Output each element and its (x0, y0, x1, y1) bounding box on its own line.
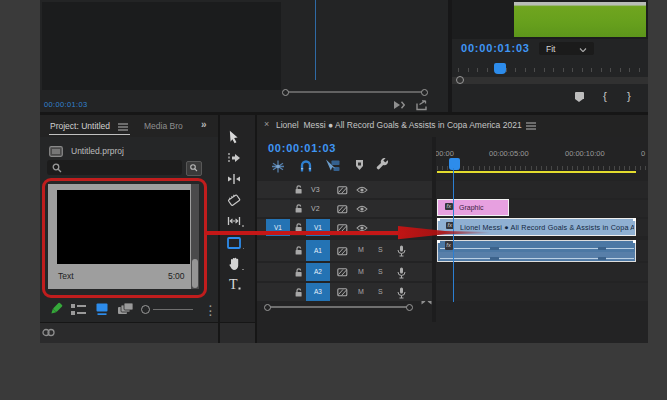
svg-text:T: T (229, 277, 238, 292)
